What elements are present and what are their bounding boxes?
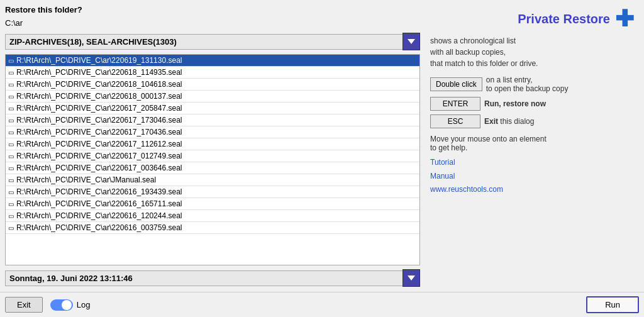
list-item[interactable]: ▭R:\RtArch\_PC\DRIVE_C\ar\220616_193439.…	[6, 186, 419, 198]
archive-icon: ▭	[8, 213, 14, 220]
log-toggle-container: Log	[50, 299, 91, 311]
esc-desc: Exit this dialog	[484, 117, 634, 126]
archive-icon: ▭	[8, 129, 14, 136]
archive-path: R:\RtArch\_PC\DRIVE_C\ar\220618_000137.s…	[16, 92, 182, 101]
status-dropdown-btn[interactable]	[402, 269, 420, 287]
app-title: Private Restore	[518, 12, 610, 26]
list-item[interactable]: ▭R:\RtArch\_PC\DRIVE_C\ar\220618_104618.…	[6, 79, 419, 91]
archive-icon: ▭	[8, 189, 14, 196]
manual-link[interactable]: Manual	[430, 170, 634, 184]
archive-path: R:\RtArch\_PC\DRIVE_C\ar\220617_112612.s…	[16, 140, 182, 148]
folder-path: C:\ar	[5, 18, 420, 28]
archive-list[interactable]: ▭R:\RtArch\_PC\DRIVE_C\ar\220619_131130.…	[5, 54, 420, 265]
list-item[interactable]: ▭R:\RtArch\_PC\DRIVE_C\ar\220617_205847.…	[6, 103, 419, 114]
list-item[interactable]: ▭R:\RtArch\_PC\DRIVE_C\ar\220616_003759.…	[6, 222, 419, 234]
restore-question: Restore this folder?	[5, 5, 420, 14]
archive-path: R:\RtArch\_PC\DRIVE_C\ar\220617_205847.s…	[16, 104, 182, 113]
list-item[interactable]: ▭R:\RtArch\_PC\DRIVE_C\ar\220619_131130.…	[6, 55, 419, 67]
archive-path: R:\RtArch\_PC\DRIVE_C\ar\220617_173046.s…	[16, 116, 182, 125]
log-label: Log	[77, 300, 91, 309]
archive-icon: ▭	[8, 165, 14, 172]
archive-path: R:\RtArch\_PC\DRIVE_C\ar\220618_114935.s…	[16, 68, 182, 77]
archive-path: R:\RtArch\_PC\DRIVE_C\ar\220616_193439.s…	[16, 187, 182, 196]
list-item[interactable]: ▭R:\RtArch\_PC\DRIVE_C\ar\JManual.seal	[6, 174, 419, 186]
svg-marker-0	[408, 39, 415, 44]
esc-btn[interactable]: ESC	[430, 114, 480, 128]
mouse-help: Move your mouse onto an element to get h…	[430, 135, 634, 152]
archive-icon: ▭	[8, 69, 14, 76]
archive-icon: ▭	[8, 141, 14, 148]
website-link[interactable]: www.reuschtools.com	[430, 183, 634, 197]
list-item[interactable]: ▭R:\RtArch\_PC\DRIVE_C\ar\220618_000137.…	[6, 91, 419, 103]
plus-icon: ✚	[615, 8, 634, 30]
list-item[interactable]: ▭R:\RtArch\_PC\DRIVE_C\ar\220617_112612.…	[6, 138, 419, 150]
archive-path: R:\RtArch\_PC\DRIVE_C\ar\JManual.seal	[16, 175, 156, 184]
double-click-desc: on a list entry, to open the backup copy	[486, 75, 634, 93]
enter-desc: Run, restore now	[484, 99, 634, 108]
help-text: shows a chronological list with all back…	[430, 35, 634, 69]
archive-icon: ▭	[8, 81, 14, 88]
footer-bar: Exit Log Run	[0, 292, 644, 317]
archive-icon: ▭	[8, 177, 14, 184]
archive-path: R:\RtArch\_PC\DRIVE_C\ar\220616_120244.s…	[16, 211, 182, 220]
double-click-btn[interactable]: Double click	[430, 77, 482, 91]
archive-icon: ▭	[8, 93, 14, 100]
status-timestamp: Sonntag, 19. Juni 2022 13:11:46	[5, 270, 402, 286]
archive-path: R:\RtArch\_PC\DRIVE_C\ar\220617_170436.s…	[16, 128, 182, 136]
archive-icon: ▭	[8, 201, 14, 208]
archive-icon: ▭	[8, 105, 14, 112]
list-item[interactable]: ▭R:\RtArch\_PC\DRIVE_C\ar\220616_165711.…	[6, 198, 419, 210]
list-item[interactable]: ▭R:\RtArch\_PC\DRIVE_C\ar\220618_114935.…	[6, 67, 419, 79]
archive-dropdown-label: ZIP-ARCHIVES(18), SEAL-ARCHIVES(1303)	[5, 34, 402, 50]
archive-path: R:\RtArch\_PC\DRIVE_C\ar\220617_003646.s…	[16, 164, 182, 172]
archive-icon: ▭	[8, 225, 14, 231]
tutorial-link[interactable]: Tutorial	[430, 156, 634, 170]
exit-button[interactable]: Exit	[5, 297, 43, 313]
list-item[interactable]: ▭R:\RtArch\_PC\DRIVE_C\ar\220617_170436.…	[6, 126, 419, 138]
log-toggle[interactable]	[50, 299, 73, 311]
svg-marker-1	[408, 275, 415, 281]
list-item[interactable]: ▭R:\RtArch\_PC\DRIVE_C\ar\220616_120244.…	[6, 210, 419, 222]
archive-icon: ▭	[8, 153, 14, 160]
list-item[interactable]: ▭R:\RtArch\_PC\DRIVE_C\ar\220617_003646.…	[6, 162, 419, 174]
run-button[interactable]: Run	[586, 296, 639, 313]
archive-path: R:\RtArch\_PC\DRIVE_C\ar\220619_131130.s…	[16, 56, 182, 65]
archive-path: R:\RtArch\_PC\DRIVE_C\ar\220616_165711.s…	[16, 199, 182, 208]
archive-path: R:\RtArch\_PC\DRIVE_C\ar\220616_003759.s…	[16, 223, 182, 232]
archive-path: R:\RtArch\_PC\DRIVE_C\ar\220617_012749.s…	[16, 152, 182, 160]
archive-icon: ▭	[8, 117, 14, 124]
archive-icon: ▭	[8, 57, 14, 64]
enter-btn[interactable]: ENTER	[430, 97, 480, 111]
archive-path: R:\RtArch\_PC\DRIVE_C\ar\220618_104618.s…	[16, 80, 182, 89]
archive-dropdown-btn[interactable]	[402, 33, 420, 50]
list-item[interactable]: ▭R:\RtArch\_PC\DRIVE_C\ar\220617_173046.…	[6, 114, 419, 126]
list-item[interactable]: ▭R:\RtArch\_PC\DRIVE_C\ar\220617_012749.…	[6, 150, 419, 162]
